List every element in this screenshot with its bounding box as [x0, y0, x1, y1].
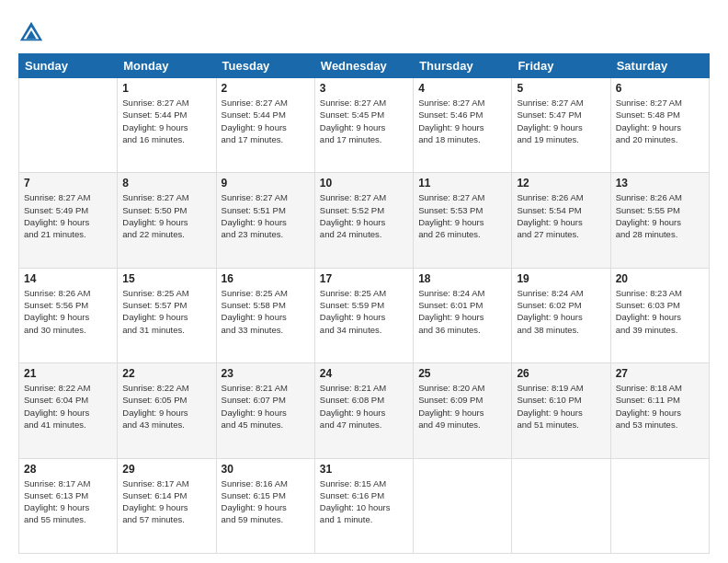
- calendar-cell: 24Sunrise: 8:21 AM Sunset: 6:08 PM Dayli…: [314, 363, 413, 458]
- calendar-cell: 6Sunrise: 8:27 AM Sunset: 5:48 PM Daylig…: [610, 78, 709, 173]
- day-number: 1: [122, 82, 210, 95]
- day-info: Sunrise: 8:23 AM Sunset: 6:03 PM Dayligh…: [616, 287, 704, 336]
- day-info: Sunrise: 8:27 AM Sunset: 5:51 PM Dayligh…: [222, 191, 310, 240]
- day-info: Sunrise: 8:27 AM Sunset: 5:44 PM Dayligh…: [122, 97, 210, 145]
- calendar-table: SundayMondayTuesdayWednesdayThursdayFrid…: [18, 53, 710, 554]
- day-number: 17: [320, 272, 408, 285]
- day-number: 28: [24, 463, 112, 476]
- day-number: 29: [122, 463, 210, 476]
- logo-icon: [18, 18, 44, 44]
- day-info: Sunrise: 8:21 AM Sunset: 6:07 PM Dayligh…: [222, 382, 310, 431]
- calendar-cell: 3Sunrise: 8:27 AM Sunset: 5:45 PM Daylig…: [314, 78, 413, 173]
- day-number: 14: [24, 272, 112, 285]
- day-info: Sunrise: 8:25 AM Sunset: 5:58 PM Dayligh…: [222, 287, 310, 336]
- day-number: 30: [222, 463, 310, 476]
- calendar-cell: 8Sunrise: 8:27 AM Sunset: 5:50 PM Daylig…: [118, 173, 216, 268]
- day-number: 20: [616, 272, 704, 285]
- calendar-week-row: 1Sunrise: 8:27 AM Sunset: 5:44 PM Daylig…: [19, 78, 710, 173]
- day-number: 31: [320, 463, 408, 476]
- day-info: Sunrise: 8:25 AM Sunset: 5:57 PM Dayligh…: [122, 287, 210, 336]
- calendar-cell: 27Sunrise: 8:18 AM Sunset: 6:11 PM Dayli…: [610, 363, 709, 458]
- calendar-cell: 13Sunrise: 8:26 AM Sunset: 5:55 PM Dayli…: [610, 173, 709, 268]
- calendar-cell: 17Sunrise: 8:25 AM Sunset: 5:59 PM Dayli…: [314, 268, 413, 362]
- calendar-cell: 20Sunrise: 8:23 AM Sunset: 6:03 PM Dayli…: [610, 268, 709, 362]
- day-number: 11: [418, 177, 506, 190]
- day-info: Sunrise: 8:27 AM Sunset: 5:48 PM Dayligh…: [616, 97, 704, 145]
- day-info: Sunrise: 8:22 AM Sunset: 6:05 PM Dayligh…: [122, 382, 210, 431]
- day-info: Sunrise: 8:24 AM Sunset: 6:02 PM Dayligh…: [517, 287, 605, 336]
- calendar-week-row: 28Sunrise: 8:17 AM Sunset: 6:13 PM Dayli…: [19, 458, 710, 553]
- header: [18, 18, 710, 44]
- calendar-cell: 12Sunrise: 8:26 AM Sunset: 5:54 PM Dayli…: [512, 173, 610, 268]
- calendar-day-header: Saturday: [610, 54, 709, 78]
- calendar-cell: 2Sunrise: 8:27 AM Sunset: 5:44 PM Daylig…: [216, 78, 314, 173]
- calendar-header-row: SundayMondayTuesdayWednesdayThursdayFrid…: [19, 54, 710, 78]
- day-info: Sunrise: 8:16 AM Sunset: 6:15 PM Dayligh…: [222, 477, 310, 526]
- day-number: 8: [122, 177, 210, 190]
- day-number: 26: [517, 367, 605, 380]
- calendar-cell: 19Sunrise: 8:24 AM Sunset: 6:02 PM Dayli…: [512, 268, 610, 362]
- day-info: Sunrise: 8:15 AM Sunset: 6:16 PM Dayligh…: [320, 477, 408, 526]
- day-number: 6: [616, 82, 704, 95]
- day-number: 27: [616, 367, 704, 380]
- day-number: 24: [320, 367, 408, 380]
- calendar-cell: [19, 78, 118, 173]
- day-info: Sunrise: 8:27 AM Sunset: 5:50 PM Dayligh…: [122, 191, 210, 240]
- day-number: 2: [222, 82, 310, 95]
- calendar-week-row: 14Sunrise: 8:26 AM Sunset: 5:56 PM Dayli…: [19, 268, 710, 362]
- day-info: Sunrise: 8:27 AM Sunset: 5:53 PM Dayligh…: [418, 191, 506, 240]
- day-info: Sunrise: 8:24 AM Sunset: 6:01 PM Dayligh…: [418, 287, 506, 336]
- day-info: Sunrise: 8:27 AM Sunset: 5:44 PM Dayligh…: [222, 97, 310, 145]
- day-number: 19: [517, 272, 605, 285]
- day-number: 10: [320, 177, 408, 190]
- calendar-day-header: Sunday: [19, 54, 118, 78]
- day-number: 16: [222, 272, 310, 285]
- day-number: 18: [418, 272, 506, 285]
- day-number: 22: [122, 367, 210, 380]
- day-number: 23: [222, 367, 310, 380]
- calendar-cell: 1Sunrise: 8:27 AM Sunset: 5:44 PM Daylig…: [118, 78, 216, 173]
- calendar-cell: 5Sunrise: 8:27 AM Sunset: 5:47 PM Daylig…: [512, 78, 610, 173]
- calendar-cell: 21Sunrise: 8:22 AM Sunset: 6:04 PM Dayli…: [19, 363, 118, 458]
- day-number: 12: [517, 177, 605, 190]
- day-info: Sunrise: 8:17 AM Sunset: 6:13 PM Dayligh…: [24, 477, 112, 526]
- calendar-cell: 25Sunrise: 8:20 AM Sunset: 6:09 PM Dayli…: [414, 363, 512, 458]
- calendar-cell: 18Sunrise: 8:24 AM Sunset: 6:01 PM Dayli…: [414, 268, 512, 362]
- day-number: 3: [320, 82, 408, 95]
- day-number: 7: [24, 177, 112, 190]
- day-info: Sunrise: 8:27 AM Sunset: 5:45 PM Dayligh…: [320, 97, 408, 145]
- calendar-cell: [610, 458, 709, 553]
- day-number: 4: [418, 82, 506, 95]
- calendar-cell: 14Sunrise: 8:26 AM Sunset: 5:56 PM Dayli…: [19, 268, 118, 362]
- calendar-day-header: Monday: [118, 54, 216, 78]
- calendar-week-row: 7Sunrise: 8:27 AM Sunset: 5:49 PM Daylig…: [19, 173, 710, 268]
- day-number: 9: [222, 177, 310, 190]
- calendar-cell: 11Sunrise: 8:27 AM Sunset: 5:53 PM Dayli…: [414, 173, 512, 268]
- day-info: Sunrise: 8:27 AM Sunset: 5:49 PM Dayligh…: [24, 191, 112, 240]
- calendar-cell: 4Sunrise: 8:27 AM Sunset: 5:46 PM Daylig…: [414, 78, 512, 173]
- day-info: Sunrise: 8:25 AM Sunset: 5:59 PM Dayligh…: [320, 287, 408, 336]
- day-info: Sunrise: 8:26 AM Sunset: 5:56 PM Dayligh…: [24, 287, 112, 336]
- calendar-cell: 28Sunrise: 8:17 AM Sunset: 6:13 PM Dayli…: [19, 458, 118, 553]
- day-info: Sunrise: 8:27 AM Sunset: 5:47 PM Dayligh…: [517, 97, 605, 145]
- day-info: Sunrise: 8:26 AM Sunset: 5:55 PM Dayligh…: [616, 191, 704, 240]
- calendar-cell: [414, 458, 512, 553]
- day-info: Sunrise: 8:17 AM Sunset: 6:14 PM Dayligh…: [122, 477, 210, 526]
- day-info: Sunrise: 8:27 AM Sunset: 5:46 PM Dayligh…: [418, 97, 506, 145]
- page: SundayMondayTuesdayWednesdayThursdayFrid…: [0, 0, 728, 563]
- day-info: Sunrise: 8:26 AM Sunset: 5:54 PM Dayligh…: [517, 191, 605, 240]
- calendar-day-header: Wednesday: [314, 54, 413, 78]
- calendar-cell: 31Sunrise: 8:15 AM Sunset: 6:16 PM Dayli…: [314, 458, 413, 553]
- calendar-cell: 15Sunrise: 8:25 AM Sunset: 5:57 PM Dayli…: [118, 268, 216, 362]
- calendar-day-header: Friday: [512, 54, 610, 78]
- day-info: Sunrise: 8:18 AM Sunset: 6:11 PM Dayligh…: [616, 382, 704, 431]
- day-number: 21: [24, 367, 112, 380]
- day-info: Sunrise: 8:20 AM Sunset: 6:09 PM Dayligh…: [418, 382, 506, 431]
- day-number: 5: [517, 82, 605, 95]
- calendar-cell: 9Sunrise: 8:27 AM Sunset: 5:51 PM Daylig…: [216, 173, 314, 268]
- calendar-cell: 23Sunrise: 8:21 AM Sunset: 6:07 PM Dayli…: [216, 363, 314, 458]
- calendar-cell: 16Sunrise: 8:25 AM Sunset: 5:58 PM Dayli…: [216, 268, 314, 362]
- calendar-cell: 29Sunrise: 8:17 AM Sunset: 6:14 PM Dayli…: [118, 458, 216, 553]
- calendar-cell: [512, 458, 610, 553]
- day-info: Sunrise: 8:21 AM Sunset: 6:08 PM Dayligh…: [320, 382, 408, 431]
